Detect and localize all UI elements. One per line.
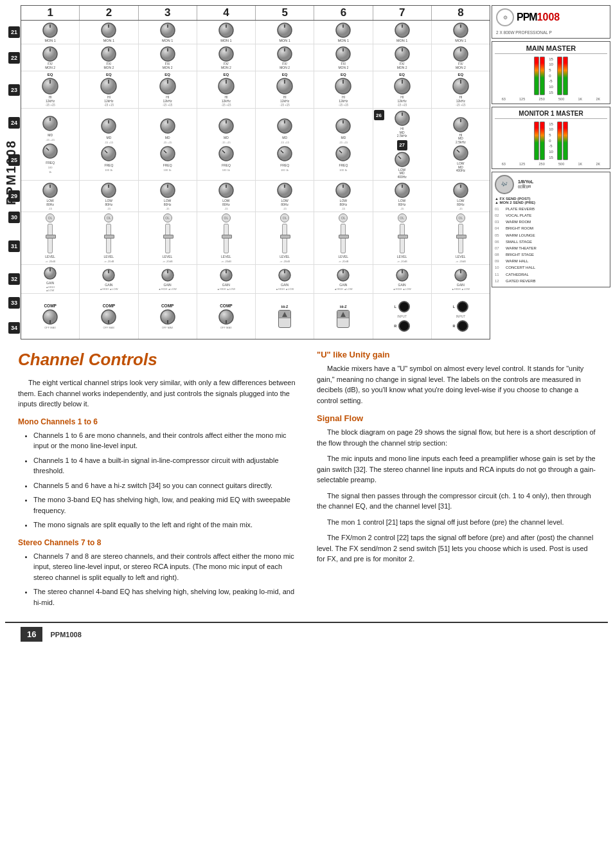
- fx-box: 🎶 1/8/YoL (((音))R ▲ FX SEND (POST)▲ MON …: [492, 172, 610, 287]
- fx-send-label: ▲ FX SEND (POST)▲ MON 2 SEND (PRE): [495, 197, 607, 204]
- brand-box: ⚙ PPM1008 2 X 800W PROFESSIONAL P: [492, 5, 610, 39]
- fx-item: 08BRIGHT STAGE: [495, 251, 607, 258]
- brand-subtitle: 2 X 800W PROFESSIONAL P: [496, 30, 552, 35]
- row-22-badge: 22: [8, 52, 20, 64]
- row-25-badge: 25: [8, 154, 20, 166]
- page-content: Channel Controls The eight vertical chan…: [0, 342, 613, 622]
- row-27-badge-inline: 27: [397, 140, 407, 150]
- fx-item: 11CATHEDRAL: [495, 271, 607, 278]
- main-master-title: MAIN MASTER: [495, 44, 607, 54]
- fx-item: 12GATED REVERB: [495, 278, 607, 284]
- mono-bullet-item: The mono 3-band EQ has shelving high, lo…: [33, 494, 299, 516]
- ch-num-7: 7: [373, 6, 432, 20]
- row-31-badge: 31: [8, 240, 20, 252]
- row-32-badge: 32: [8, 273, 20, 285]
- diagram-area: PPM1008 1 2 3 4 5 6 7 8 21 MON 1 MON 1: [0, 0, 613, 342]
- fx-item: 04BRIGHT ROOM: [495, 225, 607, 231]
- signal-title: Signal Flow: [317, 413, 598, 423]
- channel-block: 1 2 3 4 5 6 7 8 21 MON 1 MON 1 MON 1: [21, 5, 490, 339]
- svg-point-78: [454, 146, 468, 160]
- ch-num-5: 5: [256, 6, 314, 20]
- main-master-box: MAIN MASTER 151050-51015 631252505001K2K: [492, 41, 610, 104]
- mono-bullet-item: Channels 5 and 6 have a hi-z switch [34]…: [33, 480, 299, 491]
- ch-num-4: 4: [197, 6, 256, 20]
- row-24-25: 24 25 MD -15 +15 FREQ 100 1k MD -15 +15 …: [21, 109, 490, 181]
- fx-item: 01PLATE REVERB: [495, 206, 607, 212]
- mono-section-title: Mono Channels 1 to 6: [18, 417, 299, 426]
- page-title: Channel Controls: [18, 350, 299, 370]
- row-23-badge: 23: [8, 84, 20, 96]
- stereo-bullet-item: Channels 7 and 8 are stereo channels, an…: [33, 551, 299, 583]
- row-30-badge: 30: [8, 212, 20, 223]
- row-21-badge: 21: [8, 26, 20, 38]
- svg-point-58: [161, 147, 175, 161]
- ch-num-3: 3: [139, 6, 197, 20]
- svg-point-62: [219, 147, 233, 161]
- right-panel: ⚙ PPM1008 2 X 800W PROFESSIONAL P MAIN M…: [492, 5, 610, 339]
- signal-p5: The FX/mon 2 control [22] taps the signa…: [317, 532, 598, 565]
- row-33-badge: 33: [8, 297, 20, 309]
- svg-point-70: [336, 147, 350, 161]
- stereo-bullet-item: The stereo channel 4-band EQ has shelvin…: [33, 586, 299, 608]
- mono-bullet-item: Channels 1 to 6 are mono channels, and t…: [33, 430, 299, 451]
- svg-point-50: [43, 144, 57, 158]
- row-29: 29 LOW80Hz -15 LOW80Hz -15 LOW80Hz -15 L…: [21, 181, 490, 212]
- mono-bullets: Channels 1 to 6 are mono channels, and t…: [18, 430, 299, 530]
- ch-num-6: 6: [314, 6, 373, 20]
- svg-point-54: [102, 147, 116, 161]
- fx-item: 07WARM THEATER: [495, 245, 607, 251]
- signal-p4: The mon 1 control [21] taps the signal o…: [317, 517, 598, 528]
- brand-logo-text: PPM1008: [517, 12, 560, 23]
- row-32: 32 GAIN ▲HIGH▲LOW GAIN ▲HIGH ▲LOW GAIN ▲…: [21, 265, 490, 294]
- right-column: "U" like Unity gain Mackie mixers have a…: [317, 350, 598, 611]
- stereo-bullets: Channels 7 and 8 are stereo channels, an…: [18, 551, 299, 608]
- stereo-section-title: Stereo Channels 7 to 8: [18, 538, 299, 547]
- channel-numbers-row: 1 2 3 4 5 6 7 8: [21, 6, 490, 21]
- svg-point-66: [278, 147, 292, 161]
- svg-point-74: [395, 152, 409, 167]
- brand-icon: ⚙: [496, 8, 514, 26]
- mono-bullet-item: The mono signals are split equally to th…: [33, 520, 299, 530]
- svg-marker-121: [341, 312, 346, 317]
- fx-item: 03WARM ROOM: [495, 219, 607, 225]
- row-34-badge: 34: [8, 322, 20, 334]
- left-column: Channel Controls The eight vertical chan…: [18, 350, 299, 611]
- monitor-master-box: MONITOR 1 MASTER 151050-51015 6312525050…: [492, 107, 610, 169]
- row-29-badge: 29: [8, 190, 20, 202]
- row-30-31: 30 31 OL LEVEL -∞ -20dB OL LEVEL -∞ -20d…: [21, 212, 490, 265]
- footer-model: PPM1008: [50, 631, 81, 638]
- unity-title: "U" like Unity gain: [317, 350, 598, 359]
- signal-p3: The signal then passes through the compr…: [317, 491, 598, 512]
- ch-num-1: 1: [21, 6, 80, 20]
- row-24-badge: 24: [8, 117, 20, 129]
- fx-item: 02VOCAL PLATE: [495, 212, 607, 219]
- fx-item: 10CONCERT HALL: [495, 264, 607, 271]
- row-33-34: 33 34 COMP OFF MAX COMP OFF MAX COMP OFF…: [21, 294, 490, 339]
- page-number-box: 16: [21, 627, 42, 642]
- row-22: 22 FX/MON 2 FX/MON 2 FX/MON 2 FX/MON 2 F…: [21, 44, 490, 71]
- ch-num-8: 8: [432, 6, 490, 20]
- row-21: 21 MON 1 MON 1 MON 1 MON 1 MON 1: [21, 21, 490, 44]
- row-26-badge-inline: 26: [374, 110, 384, 120]
- fx-item: 06SMALL STAGE: [495, 239, 607, 245]
- fx-item: 05WARM LOUNGE: [495, 232, 607, 239]
- intro-text: The eight vertical channel strips look v…: [18, 377, 299, 410]
- fx-item: 09WARM HALL: [495, 258, 607, 264]
- signal-p1: The block diagram on page 29 shows the s…: [317, 427, 598, 448]
- ch-num-2: 2: [80, 6, 138, 20]
- page-footer: 16 PPM1008: [5, 622, 608, 646]
- mono-bullet-item: Channels 1 to 4 have a built-in signal i…: [33, 455, 299, 476]
- signal-p2: The mic inputs and mono line inputs each…: [317, 453, 598, 485]
- svg-marker-120: [282, 312, 287, 317]
- unity-text: Mackie mixers have a "U" symbol on almos…: [317, 363, 598, 406]
- monitor-master-title: MONITOR 1 MASTER: [495, 110, 607, 119]
- row-23: 23 EQ HI12kHz -15 +15 EQ HI12kHz -15 +15…: [21, 71, 490, 109]
